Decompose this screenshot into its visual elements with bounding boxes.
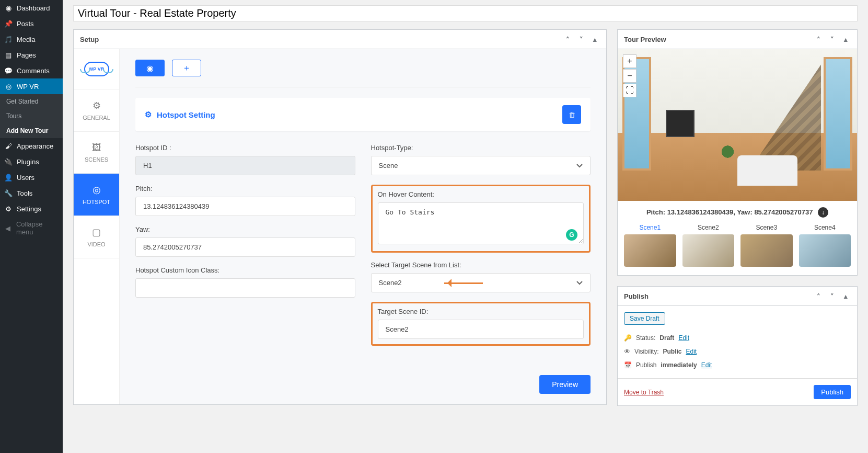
scene-thumb-2[interactable]: Scene2: [682, 224, 735, 267]
visibility-row: 👁 Visibility: Public Edit: [624, 345, 851, 358]
sidebar-item-users[interactable]: 👤Users: [0, 169, 63, 185]
wpvr-icon: ◎: [4, 82, 13, 90]
panel-toggle-icon[interactable]: ▴: [840, 291, 851, 301]
sidebar-item-collapse[interactable]: ◀Collapse menu: [0, 217, 63, 240]
sidebar-item-appearance[interactable]: 🖌Appearance: [0, 138, 63, 154]
schedule-row: 📅 Publish immediately Edit: [624, 358, 851, 372]
main-content: Setup ˄ ˅ ▴ WP VR ⚙GENERAL: [63, 0, 868, 453]
tools-icon: 🔧: [4, 189, 13, 197]
hotspot-id-input: [135, 156, 355, 175]
move-to-trash-link[interactable]: Move to Trash: [624, 389, 664, 396]
plus-icon: ＋: [182, 63, 191, 74]
target-scene-list-label: Select Target Scene from List:: [371, 261, 591, 269]
setup-tabs: WP VR ⚙GENERAL 🖼SCENES ◎HOTSPOT ▢VIDEO: [74, 49, 120, 404]
settings-icon: ⚙: [4, 205, 13, 213]
panel-up-icon[interactable]: ˄: [562, 34, 573, 44]
sidebar-item-wpvr[interactable]: ◎WP VR: [0, 78, 63, 94]
publish-panel-title: Publish: [624, 292, 649, 300]
target-scene-id-label: Target Scene ID:: [378, 308, 584, 315]
comments-icon: 💬: [4, 66, 13, 75]
setup-tab-general[interactable]: ⚙GENERAL: [74, 89, 119, 132]
setup-tab-scenes[interactable]: 🖼SCENES: [74, 132, 119, 174]
sidebar-sub-tours[interactable]: Tours: [0, 109, 63, 123]
pages-icon: ▤: [4, 51, 13, 59]
plugin-icon: 🔌: [4, 157, 13, 166]
sidebar-sub-getstarted[interactable]: Get Started: [0, 94, 63, 109]
yaw-label: Yaw:: [135, 225, 355, 233]
collapse-icon: ◀: [4, 224, 12, 232]
setup-panel-title: Setup: [80, 36, 99, 43]
scene-thumb-image: [682, 234, 735, 267]
preview-button[interactable]: Preview: [539, 375, 591, 394]
edit-schedule-link[interactable]: Edit: [701, 361, 712, 369]
publish-button[interactable]: Publish: [814, 385, 851, 399]
users-icon: 👤: [4, 173, 13, 182]
setup-tab-video[interactable]: ▢VIDEO: [74, 216, 119, 258]
media-icon: 🎵: [4, 35, 13, 43]
scene-thumb-image: [624, 234, 676, 267]
edit-status-link[interactable]: Edit: [678, 334, 689, 342]
status-row: 🔑 Status: Draft Edit: [624, 331, 851, 345]
panel-toggle-icon[interactable]: ▴: [589, 34, 600, 44]
hover-content-highlight: On Hover Content: G: [371, 185, 591, 253]
panel-toggle-icon[interactable]: ▴: [840, 34, 851, 44]
scene-thumb-4[interactable]: Scene4: [799, 224, 851, 267]
annotation-arrow-icon: [444, 279, 491, 287]
grammarly-icon[interactable]: G: [566, 229, 577, 241]
sidebar-item-plugins[interactable]: 🔌Plugins: [0, 154, 63, 169]
zoom-out-button[interactable]: −: [623, 69, 636, 83]
panel-up-icon[interactable]: ˄: [813, 291, 824, 301]
target-scene-id-input[interactable]: [378, 320, 584, 339]
trash-icon: 🗑: [569, 111, 575, 119]
hotspot-add-button[interactable]: ＋: [172, 60, 201, 76]
dashboard-icon: ◉: [4, 4, 13, 12]
gear-icon: ⚙: [78, 100, 115, 111]
hotspot-setting-title: ⚙ Hotspot Setting: [145, 110, 215, 119]
copy-coords-button[interactable]: ↓: [818, 207, 828, 218]
sidebar-sub-addnewtour[interactable]: Add New Tour: [0, 123, 63, 138]
target-scene-id-highlight: Target Scene ID:: [371, 302, 591, 346]
setup-panel: Setup ˄ ˅ ▴ WP VR ⚙GENERAL: [73, 29, 607, 405]
hotspot-type-select[interactable]: Scene: [371, 156, 591, 175]
yaw-input[interactable]: [135, 237, 355, 257]
sidebar-item-tools[interactable]: 🔧Tools: [0, 185, 63, 201]
edit-visibility-link[interactable]: Edit: [686, 348, 697, 355]
sidebar-item-comments[interactable]: 💬Comments: [0, 63, 63, 78]
hotspot-type-label: Hotspot-Type:: [371, 144, 591, 152]
sidebar-item-dashboard[interactable]: ◉Dashboard: [0, 0, 63, 16]
calendar-icon: 📅: [624, 361, 632, 369]
scene-thumb-image: [799, 234, 851, 267]
panel-up-icon[interactable]: ˄: [813, 34, 824, 44]
pin-icon: 📌: [4, 19, 13, 28]
delete-hotspot-button[interactable]: 🗑: [562, 105, 581, 124]
sidebar-item-pages[interactable]: ▤Pages: [0, 47, 63, 63]
setup-tab-hotspot[interactable]: ◎HOTSPOT: [74, 174, 119, 216]
custom-icon-input[interactable]: [135, 278, 355, 298]
tour-preview-title: Tour Preview: [624, 36, 666, 43]
save-draft-button[interactable]: Save Draft: [624, 312, 665, 325]
scene-thumb-1[interactable]: Scene1: [624, 224, 676, 267]
sidebar-item-settings[interactable]: ⚙Settings: [0, 201, 63, 217]
pitch-input[interactable]: [135, 197, 355, 216]
hotspot-current-button[interactable]: ◉: [135, 60, 165, 76]
panel-down-icon[interactable]: ˅: [827, 291, 837, 301]
brush-icon: 🖌: [4, 142, 13, 150]
video-icon: ▢: [78, 226, 115, 238]
tour-preview-viewport[interactable]: + − ⛶: [618, 49, 857, 201]
setup-tab-logo[interactable]: WP VR: [74, 49, 119, 89]
key-icon: 🔑: [624, 334, 632, 342]
panel-down-icon[interactable]: ˅: [576, 34, 586, 44]
hover-content-textarea[interactable]: [378, 202, 584, 244]
sidebar-item-posts[interactable]: 📌Posts: [0, 16, 63, 31]
scene-thumb-3[interactable]: Scene3: [740, 224, 793, 267]
pitch-yaw-readout: Pitch: 13.124836124380439, Yaw: 85.27420…: [618, 201, 857, 224]
tour-title-input[interactable]: [73, 5, 858, 21]
circle-dot-icon: ◉: [146, 63, 154, 73]
zoom-in-button[interactable]: +: [623, 54, 636, 68]
sidebar-item-media[interactable]: 🎵Media: [0, 31, 63, 47]
scene-thumb-image: [740, 234, 793, 267]
panel-down-icon[interactable]: ˅: [827, 34, 837, 44]
image-icon: 🖼: [78, 142, 115, 153]
wpvr-logo-icon: WP VR: [84, 62, 109, 76]
fullscreen-button[interactable]: ⛶: [623, 84, 636, 97]
